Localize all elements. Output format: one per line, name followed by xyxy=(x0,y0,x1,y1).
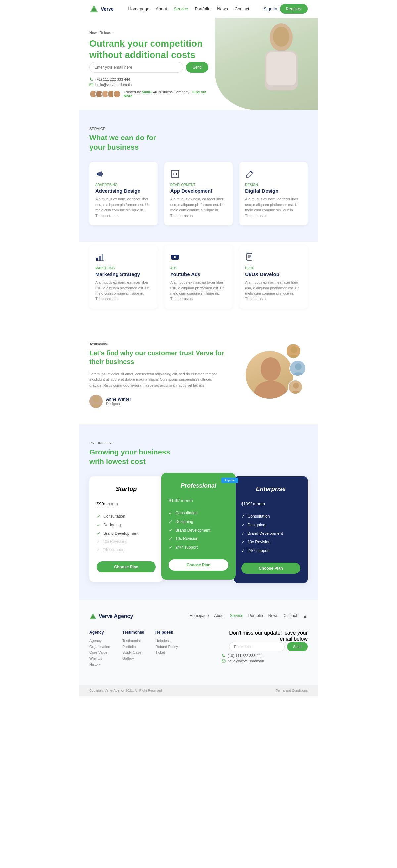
footer-nav-about[interactable]: About xyxy=(214,614,224,619)
nav-news[interactable]: News xyxy=(217,6,228,11)
feature-startup-2: ✓Brand Development xyxy=(96,531,156,536)
pricing-card-startup: Startup $99/ month ✓Consultation ✓Design… xyxy=(89,476,163,582)
footer-terms-link[interactable]: Terms and Conditions xyxy=(276,689,308,692)
logo[interactable]: Verve xyxy=(89,4,114,13)
services-title-highlight: for xyxy=(146,133,156,142)
newsletter-input[interactable] xyxy=(229,642,285,651)
hero-headline-2: without additional costs xyxy=(89,50,195,60)
footer-body: Agency Agency Organisation Core Value Wh… xyxy=(89,630,308,678)
footer-link-studycase[interactable]: Study Case xyxy=(122,651,149,654)
testimonial-title: Let's find why our customer trust Verve … xyxy=(89,349,225,366)
check-icon: ✓ xyxy=(241,531,245,536)
svg-point-7 xyxy=(102,173,103,175)
service-card-design: Design Digital Design Ala mucus ex nam, … xyxy=(239,162,308,225)
nav-contact[interactable]: Contact xyxy=(234,6,250,11)
services-grid-2: Marketing Marketing Strategy Ala mucus e… xyxy=(89,245,308,309)
newsletter-text: Don't miss our update! leave your email … xyxy=(222,630,308,642)
check-icon: ✓ xyxy=(169,545,173,550)
footer-nav-news[interactable]: News xyxy=(268,614,278,619)
signin-button[interactable]: Sign In xyxy=(264,6,277,11)
service-cat-3: Marketing xyxy=(95,267,152,270)
footer-col-agency: Agency Agency Organisation Core Value Wh… xyxy=(89,630,116,669)
feature-pro-0: ✓Consultation xyxy=(169,510,228,516)
services-label: Service xyxy=(89,127,308,130)
nav-service[interactable]: Service xyxy=(174,6,188,11)
footer-link-portfolio[interactable]: Portfolio xyxy=(122,645,149,649)
hero-send-button[interactable]: Send xyxy=(186,62,208,73)
service-cat-0: Advertising xyxy=(95,183,152,187)
service-card-advertising: Advertising Advertising Design Ala mucus… xyxy=(89,162,158,225)
check-icon: ✓ xyxy=(169,519,173,524)
service-desc-2: Ala mucus ex nam, ea facer liber usu, e … xyxy=(245,196,302,218)
nav-about[interactable]: About xyxy=(156,6,167,11)
feature-startup-1: ✓Designing xyxy=(96,522,156,528)
hero-email-input[interactable] xyxy=(89,62,183,73)
hero-email: hello@verve.urdomain xyxy=(89,83,208,87)
svg-rect-6 xyxy=(266,52,296,85)
choose-plan-enterprise[interactable]: Choose Plan xyxy=(241,563,301,574)
choose-plan-professional[interactable]: Choose Plan xyxy=(169,559,228,570)
footer-nav-portfolio[interactable]: Portfolio xyxy=(249,614,263,619)
footer-phone: (+0) 111 222 333 444 xyxy=(222,654,308,658)
service-name-2: Digital Design xyxy=(245,188,302,194)
service-card-uiux: UI/UX UI/UX Develop Ala mucus ex nam, ea… xyxy=(239,245,308,309)
footer-top-inner: Verve Agency Homepage About Service Port… xyxy=(89,613,308,620)
svg-line-10 xyxy=(173,174,174,175)
service-name-0: Advertising Design xyxy=(95,188,152,194)
footer-link-helpdesk[interactable]: Helpdesk xyxy=(155,639,182,643)
footer: Verve Agency Homepage About Service Port… xyxy=(79,599,318,696)
footer-link-agency[interactable]: Agency xyxy=(89,639,116,643)
services-title-2: your business xyxy=(89,143,139,151)
footer-link-gallery[interactable]: Gallery xyxy=(122,656,149,660)
nav-homepage[interactable]: Homepage xyxy=(129,6,149,11)
svg-rect-20 xyxy=(247,253,252,260)
pencil-icon xyxy=(245,169,302,180)
footer-link-testimonial[interactable]: Testimonial xyxy=(122,639,149,643)
check-icon: ✓ xyxy=(241,514,245,519)
choose-plan-startup[interactable]: Choose Plan xyxy=(96,561,156,572)
footer-copyright: Copyright Verve Agency 2021. All Right R… xyxy=(89,689,162,692)
navigation: Verve Homepage About Service Portfolio N… xyxy=(79,0,318,18)
footer-link-refund[interactable]: Refund Policy xyxy=(155,645,182,649)
check-icon: ✓ xyxy=(169,528,173,533)
services-title-1: What we can do xyxy=(89,133,144,142)
footer-contact-info: (+0) 111 222 333 444 hello@verve.urdomai… xyxy=(222,654,308,663)
megaphone-icon xyxy=(95,169,152,180)
services-section-2: Marketing Marketing Strategy Ala mucus e… xyxy=(79,242,318,325)
footer-nav-up-icon: ▲ xyxy=(302,614,308,619)
footer-nav-service[interactable]: Service xyxy=(230,614,243,619)
footer-logo: Verve Agency xyxy=(89,613,133,620)
service-name-1: App Development xyxy=(170,188,227,194)
footer-phone-icon xyxy=(222,654,226,658)
footer-link-ticket[interactable]: Ticket xyxy=(155,651,182,654)
svg-rect-36 xyxy=(222,660,225,662)
hero-trust: Trusted by 5000+ All Business Company Fi… xyxy=(89,90,208,98)
footer-link-organisation[interactable]: Organisation xyxy=(89,645,116,649)
footer-nav-contact[interactable]: Contact xyxy=(284,614,297,619)
newsletter-send-button[interactable]: Send xyxy=(287,642,308,651)
svg-rect-2 xyxy=(90,83,93,86)
service-cat-1: Development xyxy=(170,183,227,187)
feature-startup-4: ✓24/7 support xyxy=(96,547,156,552)
feature-pro-3: ✓10x Revision xyxy=(169,536,228,541)
service-name-3: Marketing Strategy xyxy=(95,271,152,277)
footer-link-history[interactable]: History xyxy=(89,662,116,666)
footer-link-core[interactable]: Core Value xyxy=(89,651,116,654)
footer-nav: Homepage About Service Portfolio News Co… xyxy=(190,614,308,619)
newsletter-form: Send xyxy=(222,642,308,651)
nav-buttons: Sign In Register xyxy=(264,4,308,13)
service-desc-1: Ala mucus ex nam, ea facer liber usu, e … xyxy=(170,196,227,218)
testimonial-text: Lorem ipsum dolor sit amet, consectetur … xyxy=(89,371,225,389)
svg-line-11 xyxy=(176,173,177,174)
feature-pro-2: ✓Brand Development xyxy=(169,528,228,533)
footer-bottom: Copyright Verve Agency 2021. All Right R… xyxy=(79,685,318,696)
register-button[interactable]: Register xyxy=(280,4,308,13)
nav-portfolio[interactable]: Portfolio xyxy=(195,6,211,11)
hero-headline-1: Outrank your competition xyxy=(89,38,202,49)
footer-nav-homepage[interactable]: Homepage xyxy=(190,614,209,619)
service-desc-5: Ala mucus ex nam, ea facer liber usu, e … xyxy=(245,280,302,302)
nav-links: Homepage About Service Portfolio News Co… xyxy=(129,6,250,11)
footer-link-whyus[interactable]: Why Us xyxy=(89,656,116,660)
testimonial-label: Testimonial xyxy=(89,342,225,346)
feature-ent-0: ✓Consultation xyxy=(241,514,301,519)
